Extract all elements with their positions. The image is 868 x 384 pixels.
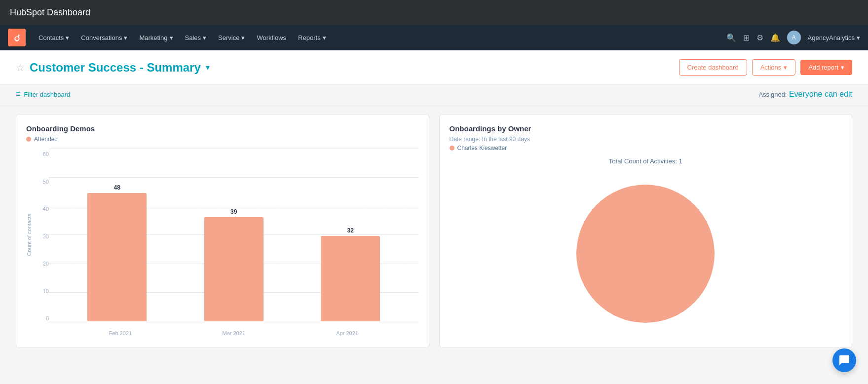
create-dashboard-button[interactable]: Create dashboard: [679, 59, 747, 76]
pie-chart-wrapper: [450, 170, 842, 338]
apps-icon[interactable]: ⊞: [743, 33, 750, 42]
x-labels: Feb 2021 Mar 2021 Apr 2021: [49, 330, 419, 336]
pie-chart-title: Onboardings by Owner: [450, 124, 842, 133]
assigned-link[interactable]: Everyone can edit: [789, 90, 852, 98]
dashboard-title: Customer Success - Summary: [30, 61, 201, 75]
bar-chart-title: Onboarding Demos: [26, 124, 419, 133]
contacts-dropdown-icon: [66, 34, 69, 41]
user-dropdown-icon: [857, 34, 860, 41]
nav-marketing[interactable]: Marketing: [134, 31, 178, 44]
bar-feb: [87, 193, 147, 321]
filter-dashboard-button[interactable]: ≡ Filter dashboard: [16, 90, 70, 99]
nav-service[interactable]: Service: [213, 31, 250, 44]
pie-chart-legend: Charles Kieswetter: [450, 145, 842, 152]
y-axis-title: Count of contacts: [26, 214, 32, 256]
title-dropdown-icon[interactable]: ▾: [206, 63, 210, 72]
title-area: ☆ Customer Success - Summary ▾: [16, 61, 210, 75]
bar-chart-grid: 48 39 32 Feb 2021 Mar 2021 Apr 202: [49, 149, 419, 336]
y-axis-labels: 60 50 40 30 20 10 0: [34, 149, 49, 336]
assigned-info: Assigned: Everyone can edit: [758, 90, 852, 99]
chat-icon: [838, 354, 850, 358]
nav-bar: Contacts Conversations Marketing Sales S…: [0, 25, 868, 50]
nav-sales[interactable]: Sales: [180, 31, 212, 44]
filter-bar: ≡ Filter dashboard Assigned: Everyone ca…: [0, 85, 868, 104]
hubspot-logo[interactable]: [8, 29, 26, 46]
nav-reports[interactable]: Reports: [293, 31, 331, 44]
bar-chart-legend: Attended: [26, 136, 419, 143]
bar-chart-area: Count of contacts 60 50 40 30 20 10 0: [26, 149, 419, 336]
nav-contacts[interactable]: Contacts: [34, 31, 74, 44]
pie-total-label: Total Count of Activities: 1: [450, 157, 842, 165]
bar-legend-dot: [26, 137, 31, 142]
add-report-chevron-icon: ▾: [841, 64, 844, 71]
nav-right: 🔍 ⊞ ⚙ 🔔 A AgencyAnalytics: [726, 31, 860, 44]
bar-mar: [204, 217, 264, 321]
reports-dropdown-icon: [323, 34, 326, 41]
onboarding-demos-card: Onboarding Demos Attended Count of conta…: [16, 114, 429, 348]
dashboard-content: Onboarding Demos Attended Count of conta…: [0, 104, 868, 358]
marketing-dropdown-icon: [170, 34, 173, 41]
filter-icon: ≡: [16, 90, 20, 99]
avatar[interactable]: A: [787, 31, 801, 44]
onboardings-by-owner-card: Onboardings by Owner Date range: In the …: [439, 114, 853, 348]
actions-button[interactable]: Actions ▾: [752, 59, 796, 76]
bar-group-feb: 48: [64, 184, 171, 321]
pie-slice-charles: [576, 185, 715, 323]
actions-chevron-icon: ▾: [784, 64, 787, 71]
dashboard-header: ☆ Customer Success - Summary ▾ Create da…: [0, 50, 868, 85]
dashboard-actions: Create dashboard Actions ▾ Add report ▾: [679, 59, 852, 76]
app-title: HubSpot Dashboard: [10, 7, 90, 18]
pie-legend-dot: [450, 146, 454, 151]
title-bar: HubSpot Dashboard: [0, 0, 868, 25]
bar-group-apr: 32: [297, 227, 404, 321]
settings-icon[interactable]: ⚙: [756, 33, 763, 42]
y-axis-title-wrapper: Count of contacts: [26, 149, 34, 336]
pie-chart-subtitle: Date range: In the last 90 days: [450, 136, 842, 143]
notifications-icon[interactable]: 🔔: [770, 33, 780, 42]
search-icon[interactable]: 🔍: [726, 33, 736, 42]
bars-container: 48 39 32: [49, 149, 419, 321]
service-dropdown-icon: [241, 34, 245, 41]
nav-conversations[interactable]: Conversations: [76, 31, 132, 44]
pie-chart-svg: [571, 180, 719, 328]
favorite-star-icon[interactable]: ☆: [16, 62, 25, 74]
add-report-button[interactable]: Add report ▾: [800, 60, 852, 75]
nav-user-menu[interactable]: AgencyAnalytics: [808, 34, 860, 41]
conversations-dropdown-icon: [124, 34, 127, 41]
nav-workflows[interactable]: Workflows: [252, 31, 291, 44]
sales-dropdown-icon: [203, 34, 206, 41]
bar-group-mar: 39: [181, 208, 288, 321]
bar-apr: [321, 236, 380, 321]
